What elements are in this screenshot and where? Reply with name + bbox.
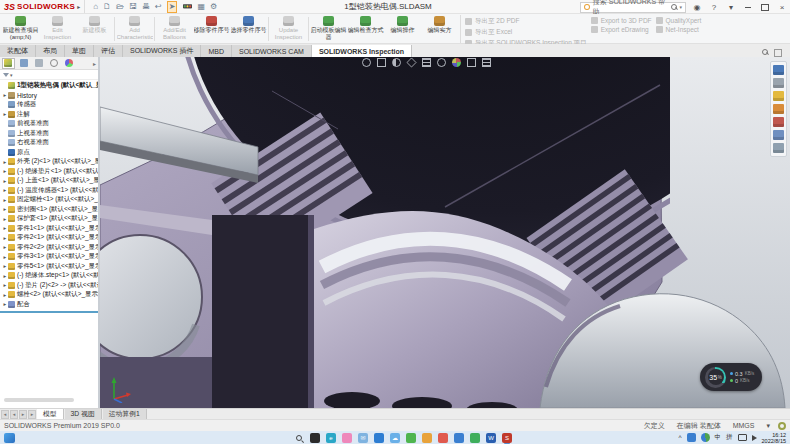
tree-item[interactable]: 前视基准面 [0, 119, 98, 129]
tray-security-icon[interactable] [701, 433, 710, 442]
taskbar-app-icon[interactable] [374, 433, 384, 443]
status-gear-icon[interactable] [778, 422, 786, 430]
ime-language-indicator[interactable]: 中 [715, 433, 722, 442]
taskbar-app-icon[interactable] [294, 433, 304, 443]
view-tab[interactable]: 模型 [37, 409, 64, 419]
widgets-icon[interactable] [4, 433, 15, 443]
close-button[interactable]: × [776, 2, 788, 13]
tab-dimxpertmanager[interactable] [47, 58, 60, 69]
tree-item[interactable]: 密封圈<1> (默认<<默认>_显示状 [0, 205, 98, 215]
minimize-button[interactable] [742, 2, 754, 13]
tree-item[interactable]: 螺栓<2> (默认<<默认>_显示状态 [0, 290, 98, 300]
view-settings-icon[interactable] [482, 58, 491, 67]
tab-nav-arrow[interactable]: ▸ [28, 410, 36, 419]
help-button[interactable]: ? [708, 2, 720, 13]
network-icon[interactable] [738, 434, 747, 441]
ime-mode-indicator[interactable]: 拼 [726, 433, 733, 442]
tree-item[interactable]: 固定螺栓<1> (默认<<默认>_显示 [0, 195, 98, 205]
ribbon-button[interactable]: Edit Inspection Project [39, 15, 76, 43]
tree-item[interactable]: 配合 [0, 300, 98, 310]
export-menu-item[interactable]: QualityXpert [656, 17, 702, 24]
tree-item[interactable]: History [0, 91, 98, 101]
tree-item[interactable]: 注解 [0, 110, 98, 120]
tree-item[interactable]: (-) 垫片 (2)<2> -> (默认<<默认> [0, 281, 98, 291]
command-tab[interactable]: MBD [201, 45, 232, 57]
zoom-area-icon[interactable] [377, 58, 386, 67]
performance-overlay-widget[interactable]: 35% 0.3 KB/s 0 KB/s [700, 363, 762, 391]
tab-displaymanager[interactable] [62, 58, 75, 69]
ribbon-button[interactable]: 新建模板 [76, 15, 113, 43]
tree-item[interactable]: 零件5<1> (默认<<默认>_显示状态 [0, 262, 98, 272]
tree-item[interactable]: 零件3<1> (默认<<默认>_显示状态 [0, 252, 98, 262]
export-menu-item[interactable]: 导出至 Excel [465, 28, 587, 37]
tree-item[interactable]: 1型铠装热电偶 (默认<默认_显示状态-1 [0, 81, 98, 91]
quick-access-icon[interactable]: ⌂ [93, 2, 98, 12]
solidworks-logo[interactable]: 3S SOLIDWORKS ▸ [0, 0, 85, 13]
taskbar-app-icon[interactable] [310, 433, 320, 443]
ribbon-button[interactable]: 选择零件序号 [230, 15, 267, 43]
quick-access-icon[interactable]: 🗁 [116, 2, 124, 12]
view-tab[interactable]: 运动算例1 [103, 409, 147, 419]
taskbar-clock[interactable]: 16:12 2022/8/15 [762, 432, 786, 444]
section-view-icon[interactable] [392, 58, 401, 67]
quick-access-icon[interactable]: 🖶 [142, 2, 150, 12]
panel-toggle-icon[interactable] [774, 49, 782, 57]
quick-access-icon[interactable]: ➤ [167, 1, 178, 13]
taskbar-app-icon[interactable] [470, 433, 480, 443]
task-pane-icon[interactable] [773, 104, 784, 114]
ribbon-button[interactable]: 新建检查项目 (amp;N) [2, 15, 39, 43]
status-item[interactable]: 欠定义 [644, 421, 665, 431]
tree-filter-row[interactable]: ▾ [0, 70, 98, 80]
search-dropdown-icon[interactable]: ▾ [679, 4, 682, 10]
command-tab[interactable]: 草图 [65, 45, 94, 57]
tray-onedrive-icon[interactable] [687, 433, 696, 442]
tree-item[interactable]: 上视基准面 [0, 129, 98, 139]
tree-item[interactable]: 传感器 [0, 100, 98, 110]
tab-propertymanager[interactable] [17, 58, 30, 69]
task-pane-icon[interactable] [773, 143, 784, 153]
taskbar-app-icon[interactable] [406, 433, 416, 443]
tab-configurationmanager[interactable] [32, 58, 45, 69]
taskbar-app-icon[interactable]: ✉ [358, 433, 368, 443]
quick-access-icon[interactable]: 🚥 [182, 2, 192, 12]
tree-item[interactable]: (-) 绝缘体.step<1> (默认<<默认> [0, 271, 98, 281]
volume-icon[interactable] [752, 435, 757, 441]
taskbar-app-icon[interactable]: S [502, 433, 512, 443]
quick-access-icon[interactable]: ↩ [155, 2, 162, 12]
restore-button[interactable] [759, 2, 771, 13]
tree-item[interactable]: 右视基准面 [0, 138, 98, 148]
search-commands-icon[interactable] [762, 49, 768, 55]
export-menu-item[interactable]: Export to 3D PDF [591, 17, 652, 24]
task-pane-icon[interactable] [773, 78, 784, 88]
tree-item[interactable]: 零件2<1> (默认<<默认>_显示状态 [0, 233, 98, 243]
tree-item[interactable]: 外壳 (2)<1> (默认<<默认>_显示状 [0, 157, 98, 167]
zoom-fit-icon[interactable] [362, 58, 371, 67]
edit-appearance-icon[interactable] [452, 58, 461, 67]
taskbar-app-icon[interactable] [278, 433, 288, 443]
search-icon[interactable] [671, 4, 677, 10]
ribbon-button[interactable]: Add/Edit Balloons [156, 15, 193, 43]
view-orientation-icon[interactable] [406, 57, 416, 67]
command-tab[interactable]: SOLIDWORKS CAM [232, 45, 312, 57]
ribbon-button[interactable]: 启动模板编辑器 [310, 15, 347, 43]
tab-nav-arrow[interactable]: ◂ [10, 410, 18, 419]
ribbon-button[interactable]: 编辑检查方式 [347, 15, 384, 43]
hide-show-items-icon[interactable] [437, 58, 446, 67]
ribbon-button[interactable]: 编辑实方 [421, 15, 458, 43]
graphics-viewport[interactable]: 35% 0.3 KB/s 0 KB/s [100, 57, 790, 408]
taskbar-app-icon[interactable]: ☁ [390, 433, 400, 443]
taskbar-app-icon[interactable] [422, 433, 432, 443]
tab-nav-arrow[interactable]: ◂ [1, 410, 9, 419]
quick-access-icon[interactable]: 🖫 [129, 2, 137, 12]
command-tab[interactable]: 装配体 [0, 45, 36, 57]
export-menu-item[interactable]: Net-Inspect [656, 26, 702, 33]
tree-item[interactable]: 保护套<1> (默认<<默认>_显示状 [0, 214, 98, 224]
help-search-box[interactable]: 搜索 SOLIDWORKS 帮助 ▾ [580, 2, 686, 13]
status-item[interactable]: 在编辑 装配体 [677, 421, 721, 431]
ribbon-button[interactable]: 编辑操作 [384, 15, 421, 43]
ribbon-button[interactable]: Update Inspection Project [270, 15, 307, 43]
tree-item[interactable]: 原点 [0, 148, 98, 158]
tree-item[interactable]: 零件1<1> (默认<<默认>_显示状态 [0, 224, 98, 234]
tree-item[interactable]: (-) 绝缘垫片<1> (默认<<默认>_显 [0, 167, 98, 177]
taskbar-app-icon[interactable] [342, 433, 352, 443]
